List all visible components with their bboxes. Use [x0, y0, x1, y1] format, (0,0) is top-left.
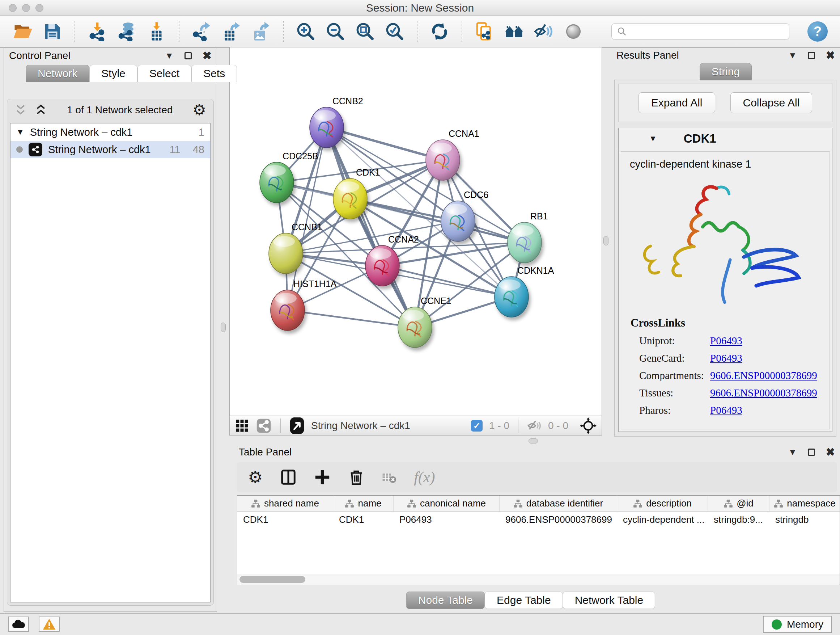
table-cell[interactable]: stringdb	[769, 511, 840, 527]
save-session-button[interactable]	[42, 21, 63, 42]
expand-all-button[interactable]: Expand All	[638, 92, 715, 113]
grid-view-icon[interactable]	[235, 418, 249, 433]
network-view-canvas[interactable]: CCNB2CCNA1CDC25BCDK1CDC6RB1CCNB1CCNA2CDK…	[229, 47, 602, 416]
graphics-details-button[interactable]	[563, 21, 584, 42]
crosslink-value-link[interactable]: 9606.ENSP00000378699	[710, 370, 817, 382]
zoom-selected-button[interactable]	[384, 21, 405, 42]
panel-float-icon[interactable]	[808, 52, 815, 59]
search-input[interactable]	[630, 26, 784, 37]
table-horizontal-scrollbar[interactable]	[237, 574, 840, 585]
tab-select[interactable]: Select	[137, 65, 191, 82]
export-network-button[interactable]	[191, 21, 212, 42]
tab-network[interactable]: Network	[26, 65, 89, 82]
node-details-header[interactable]: ▼ CDK1	[619, 128, 832, 149]
detach-view-icon[interactable]	[289, 417, 305, 435]
panel-float-icon[interactable]	[808, 448, 815, 456]
panel-collapse-icon[interactable]: ▼	[788, 51, 797, 60]
crosslink-value-link[interactable]: 9606.ENSP00000378699	[710, 387, 817, 399]
import-table-button[interactable]	[146, 21, 167, 42]
selected-checkbox-icon[interactable]: ✓	[471, 420, 483, 432]
column-header-2[interactable]: canonical name	[393, 496, 500, 511]
zoom-in-button[interactable]	[295, 21, 316, 42]
expand-all-icon[interactable]	[35, 104, 47, 116]
table-row[interactable]: CDK1CDK1P064939606.ENSP00000378699cyclin…	[237, 511, 840, 527]
scrollbar-thumb[interactable]	[240, 576, 305, 583]
export-image-button[interactable]	[250, 21, 271, 42]
tab-style[interactable]: Style	[89, 65, 137, 82]
cloud-status-button[interactable]	[8, 616, 29, 632]
network-graph[interactable]: CCNB2CCNA1CDC25BCDK1CDC6RB1CCNB1CCNA2CDK…	[230, 48, 602, 416]
crosslink-value-link[interactable]: P06493	[710, 352, 742, 364]
table-cell[interactable]: stringdb:9...	[708, 511, 769, 527]
network-label: String Network – cdk1	[48, 144, 151, 156]
column-header-5[interactable]: @id	[708, 496, 769, 511]
delete-table-icon[interactable]	[382, 469, 396, 486]
node-CCNA1[interactable]: CCNA1	[426, 128, 479, 180]
gear-icon[interactable]: ⚙	[193, 103, 206, 118]
panel-collapse-icon[interactable]: ▼	[165, 51, 174, 60]
delete-column-icon[interactable]	[348, 469, 365, 486]
help-button[interactable]: ?	[807, 21, 828, 42]
apply-layout-button[interactable]	[429, 21, 450, 42]
memory-button[interactable]: Memory	[763, 616, 832, 633]
collapse-node-icon[interactable]: ▼	[649, 134, 657, 143]
panel-close-icon[interactable]: ✖	[202, 50, 212, 61]
tab-network-table[interactable]: Network Table	[563, 592, 655, 609]
collapse-all-button[interactable]: Collapse All	[730, 92, 813, 113]
network-tree-root-row[interactable]: ▼ String Network – cdk1 1	[11, 124, 210, 141]
node-CCNE1[interactable]: CCNE1	[398, 296, 452, 348]
edge[interactable]	[327, 127, 415, 327]
edge[interactable]	[287, 310, 415, 327]
tab-node-table[interactable]: Node Table	[406, 592, 485, 609]
warnings-button[interactable]	[39, 616, 60, 632]
export-table-button[interactable]	[221, 21, 242, 42]
column-header-4[interactable]: description	[617, 496, 708, 511]
zoom-fit-button[interactable]	[355, 21, 376, 42]
panel-close-icon[interactable]: ✖	[826, 447, 835, 458]
crosshair-icon[interactable]	[580, 417, 597, 434]
clone-network-button[interactable]	[474, 21, 495, 42]
panel-float-icon[interactable]	[185, 52, 192, 59]
import-network-file-button[interactable]	[87, 21, 108, 42]
table-cell[interactable]: 9606.ENSP00000378699	[500, 511, 617, 527]
collapse-all-icon[interactable]	[14, 104, 27, 116]
column-header-6[interactable]: namespace	[769, 496, 840, 511]
network-tree-child-row[interactable]: String Network – cdk1 11 48	[11, 141, 210, 158]
table-cell[interactable]: P06493	[393, 511, 500, 527]
node-CCNB2[interactable]: CCNB2	[309, 96, 363, 148]
network-list-icon[interactable]	[256, 418, 272, 434]
import-network-database-button[interactable]	[117, 21, 137, 42]
network-tab-body: 1 of 1 Network selected ⚙ ▼ String Netwo…	[7, 99, 214, 606]
toolbar-search[interactable]	[611, 23, 789, 40]
show-columns-icon[interactable]	[280, 469, 297, 486]
column-header-1[interactable]: name	[333, 496, 393, 511]
node-table[interactable]: shared namenamecanonical namedatabase id…	[237, 495, 840, 585]
tree-expander-icon[interactable]: ▼	[16, 127, 24, 137]
bottom-splitter-handle[interactable]	[529, 439, 538, 443]
tab-sets[interactable]: Sets	[191, 65, 237, 82]
crosslink-value-link[interactable]: P06493	[710, 404, 742, 416]
show-navigator-button[interactable]	[504, 21, 524, 42]
column-header-3[interactable]: database identifier	[500, 496, 617, 511]
tab-string[interactable]: String	[699, 63, 752, 80]
column-header-0[interactable]: shared name	[237, 496, 333, 511]
node-CDK1[interactable]: CDK1	[333, 167, 380, 219]
table-cell[interactable]: CDK1	[333, 511, 393, 527]
table-cell[interactable]: CDK1	[237, 511, 333, 527]
node-RB1[interactable]: RB1	[508, 211, 548, 263]
open-session-button[interactable]	[12, 21, 33, 42]
zoom-out-button[interactable]	[325, 21, 346, 42]
left-splitter-handle[interactable]	[221, 323, 226, 332]
node-HIST1H1A[interactable]: HIST1H1A	[271, 279, 337, 331]
crosslink-value-link[interactable]: P06493	[710, 335, 742, 347]
function-builder-icon[interactable]: f(x)	[414, 469, 435, 486]
table-settings-gear-icon[interactable]: ⚙	[248, 469, 263, 486]
hide-selected-button[interactable]	[533, 21, 554, 42]
add-column-icon[interactable]	[314, 469, 331, 486]
panel-collapse-icon[interactable]: ▼	[788, 448, 797, 456]
tab-edge-table[interactable]: Edge Table	[485, 592, 563, 609]
panel-close-icon[interactable]: ✖	[826, 50, 835, 61]
right-splitter-handle[interactable]	[603, 236, 608, 245]
table-cell[interactable]: cyclin-dependent ...	[617, 511, 708, 527]
node-CDKN1A[interactable]: CDKN1A	[494, 265, 554, 317]
